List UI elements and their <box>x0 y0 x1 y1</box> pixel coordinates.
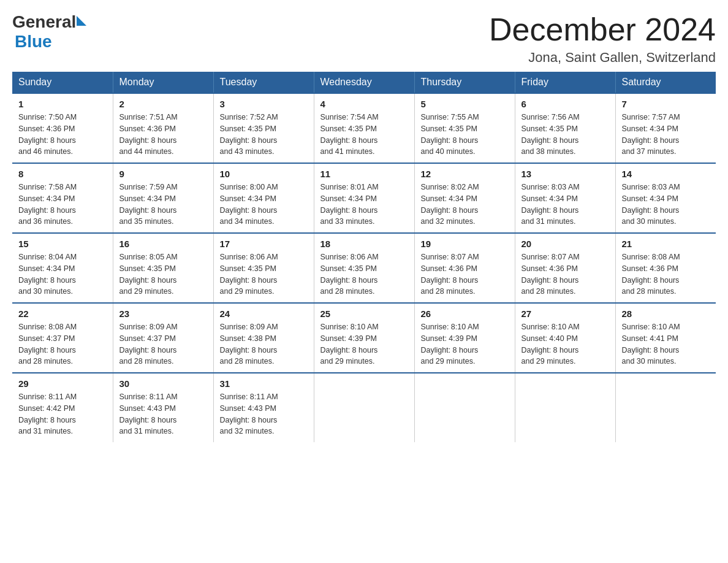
day-info: Sunrise: 8:10 AMSunset: 4:39 PMDaylight:… <box>320 323 379 366</box>
day-info: Sunrise: 8:07 AMSunset: 4:36 PMDaylight:… <box>421 253 479 296</box>
header-saturday: Saturday <box>615 72 716 93</box>
day-info: Sunrise: 8:10 AMSunset: 4:41 PMDaylight:… <box>622 323 680 366</box>
logo-arrow-icon <box>77 16 86 26</box>
calendar-cell: 31 Sunrise: 8:11 AMSunset: 4:43 PMDaylig… <box>213 373 314 442</box>
calendar-cell: 17 Sunrise: 8:06 AMSunset: 4:35 PMDaylig… <box>213 233 314 303</box>
day-info: Sunrise: 8:10 AMSunset: 4:40 PMDaylight:… <box>521 323 580 366</box>
day-info: Sunrise: 8:09 AMSunset: 4:38 PMDaylight:… <box>220 323 278 366</box>
day-info: Sunrise: 8:09 AMSunset: 4:37 PMDaylight:… <box>119 323 178 366</box>
day-number: 3 <box>220 99 308 109</box>
location-subtitle: Jona, Saint Gallen, Switzerland <box>489 50 716 66</box>
day-number: 12 <box>421 169 509 179</box>
logo-general-text: General <box>12 12 76 32</box>
day-number: 5 <box>421 99 509 109</box>
calendar-cell <box>414 373 515 442</box>
calendar-week-2: 8 Sunrise: 7:58 AMSunset: 4:34 PMDayligh… <box>12 163 716 233</box>
calendar-cell: 13 Sunrise: 8:03 AMSunset: 4:34 PMDaylig… <box>515 163 615 233</box>
day-number: 4 <box>320 99 408 109</box>
calendar-cell: 5 Sunrise: 7:55 AMSunset: 4:35 PMDayligh… <box>414 93 515 163</box>
day-number: 2 <box>119 99 207 109</box>
calendar-cell: 24 Sunrise: 8:09 AMSunset: 4:38 PMDaylig… <box>213 303 314 373</box>
logo-blue-text: Blue <box>15 32 52 51</box>
day-number: 17 <box>220 239 308 249</box>
day-info: Sunrise: 8:11 AMSunset: 4:43 PMDaylight:… <box>119 393 178 435</box>
calendar-cell: 18 Sunrise: 8:06 AMSunset: 4:35 PMDaylig… <box>314 233 414 303</box>
calendar-cell: 27 Sunrise: 8:10 AMSunset: 4:40 PMDaylig… <box>515 303 615 373</box>
day-info: Sunrise: 8:03 AMSunset: 4:34 PMDaylight:… <box>622 183 680 226</box>
day-number: 27 <box>521 308 609 319</box>
header-friday: Friday <box>515 72 615 93</box>
calendar-week-1: 1 Sunrise: 7:50 AMSunset: 4:36 PMDayligh… <box>12 93 716 163</box>
day-info: Sunrise: 8:10 AMSunset: 4:39 PMDaylight:… <box>421 323 479 366</box>
calendar-cell: 2 Sunrise: 7:51 AMSunset: 4:36 PMDayligh… <box>113 93 213 163</box>
calendar-cell: 10 Sunrise: 8:00 AMSunset: 4:34 PMDaylig… <box>213 163 314 233</box>
day-info: Sunrise: 8:11 AMSunset: 4:43 PMDaylight:… <box>220 393 278 435</box>
day-info: Sunrise: 8:08 AMSunset: 4:36 PMDaylight:… <box>622 253 680 296</box>
day-number: 9 <box>119 169 207 179</box>
day-number: 14 <box>622 169 710 179</box>
day-number: 8 <box>18 169 107 179</box>
day-info: Sunrise: 8:03 AMSunset: 4:34 PMDaylight:… <box>521 183 580 226</box>
day-number: 23 <box>119 308 207 319</box>
day-info: Sunrise: 8:07 AMSunset: 4:36 PMDaylight:… <box>521 253 580 296</box>
calendar-cell: 29 Sunrise: 8:11 AMSunset: 4:42 PMDaylig… <box>12 373 113 442</box>
day-number: 28 <box>622 308 710 319</box>
month-year-title: December 2024 <box>489 12 716 47</box>
calendar-cell: 12 Sunrise: 8:02 AMSunset: 4:34 PMDaylig… <box>414 163 515 233</box>
day-number: 10 <box>220 169 308 179</box>
calendar-cell: 21 Sunrise: 8:08 AMSunset: 4:36 PMDaylig… <box>615 233 716 303</box>
calendar-cell: 1 Sunrise: 7:50 AMSunset: 4:36 PMDayligh… <box>12 93 113 163</box>
day-info: Sunrise: 7:55 AMSunset: 4:35 PMDaylight:… <box>421 113 479 156</box>
day-info: Sunrise: 8:00 AMSunset: 4:34 PMDaylight:… <box>220 183 278 226</box>
calendar-cell: 11 Sunrise: 8:01 AMSunset: 4:34 PMDaylig… <box>314 163 414 233</box>
day-number: 6 <box>521 99 609 109</box>
calendar-cell: 15 Sunrise: 8:04 AMSunset: 4:34 PMDaylig… <box>12 233 113 303</box>
day-number: 25 <box>320 308 408 319</box>
calendar-header-row: Sunday Monday Tuesday Wednesday Thursday… <box>12 72 716 93</box>
day-number: 19 <box>421 239 509 249</box>
day-info: Sunrise: 8:06 AMSunset: 4:35 PMDaylight:… <box>320 253 379 296</box>
header-tuesday: Tuesday <box>213 72 314 93</box>
day-number: 21 <box>622 239 710 249</box>
header-thursday: Thursday <box>414 72 515 93</box>
calendar-cell <box>515 373 615 442</box>
day-info: Sunrise: 7:52 AMSunset: 4:35 PMDaylight:… <box>220 113 278 156</box>
calendar-cell: 28 Sunrise: 8:10 AMSunset: 4:41 PMDaylig… <box>615 303 716 373</box>
calendar-cell: 7 Sunrise: 7:57 AMSunset: 4:34 PMDayligh… <box>615 93 716 163</box>
day-number: 1 <box>18 99 107 109</box>
calendar-cell: 19 Sunrise: 8:07 AMSunset: 4:36 PMDaylig… <box>414 233 515 303</box>
calendar-cell: 25 Sunrise: 8:10 AMSunset: 4:39 PMDaylig… <box>314 303 414 373</box>
calendar-cell: 16 Sunrise: 8:05 AMSunset: 4:35 PMDaylig… <box>113 233 213 303</box>
calendar-cell: 14 Sunrise: 8:03 AMSunset: 4:34 PMDaylig… <box>615 163 716 233</box>
day-number: 11 <box>320 169 408 179</box>
calendar-week-4: 22 Sunrise: 8:08 AMSunset: 4:37 PMDaylig… <box>12 303 716 373</box>
day-number: 24 <box>220 308 308 319</box>
calendar-week-3: 15 Sunrise: 8:04 AMSunset: 4:34 PMDaylig… <box>12 233 716 303</box>
calendar-cell: 4 Sunrise: 7:54 AMSunset: 4:35 PMDayligh… <box>314 93 414 163</box>
day-info: Sunrise: 7:50 AMSunset: 4:36 PMDaylight:… <box>18 113 77 156</box>
title-section: December 2024 Jona, Saint Gallen, Switze… <box>489 12 716 66</box>
day-number: 20 <box>521 239 609 249</box>
calendar-cell: 20 Sunrise: 8:07 AMSunset: 4:36 PMDaylig… <box>515 233 615 303</box>
calendar-cell: 30 Sunrise: 8:11 AMSunset: 4:43 PMDaylig… <box>113 373 213 442</box>
day-number: 31 <box>220 378 308 389</box>
calendar-cell <box>615 373 716 442</box>
day-info: Sunrise: 8:06 AMSunset: 4:35 PMDaylight:… <box>220 253 278 296</box>
day-info: Sunrise: 8:04 AMSunset: 4:34 PMDaylight:… <box>18 253 77 296</box>
header-wednesday: Wednesday <box>314 72 414 93</box>
day-info: Sunrise: 8:01 AMSunset: 4:34 PMDaylight:… <box>320 183 379 226</box>
day-number: 7 <box>622 99 710 109</box>
day-number: 13 <box>521 169 609 179</box>
calendar-cell: 6 Sunrise: 7:56 AMSunset: 4:35 PMDayligh… <box>515 93 615 163</box>
day-number: 22 <box>18 308 107 319</box>
page-header: General Blue December 2024 Jona, Saint G… <box>12 12 716 66</box>
calendar-cell: 26 Sunrise: 8:10 AMSunset: 4:39 PMDaylig… <box>414 303 515 373</box>
day-number: 30 <box>119 378 207 389</box>
header-sunday: Sunday <box>12 72 113 93</box>
calendar-cell: 23 Sunrise: 8:09 AMSunset: 4:37 PMDaylig… <box>113 303 213 373</box>
day-info: Sunrise: 7:58 AMSunset: 4:34 PMDaylight:… <box>18 183 77 226</box>
day-info: Sunrise: 8:11 AMSunset: 4:42 PMDaylight:… <box>18 393 77 435</box>
day-info: Sunrise: 7:54 AMSunset: 4:35 PMDaylight:… <box>320 113 379 156</box>
day-info: Sunrise: 8:02 AMSunset: 4:34 PMDaylight:… <box>421 183 479 226</box>
day-info: Sunrise: 7:57 AMSunset: 4:34 PMDaylight:… <box>622 113 680 156</box>
